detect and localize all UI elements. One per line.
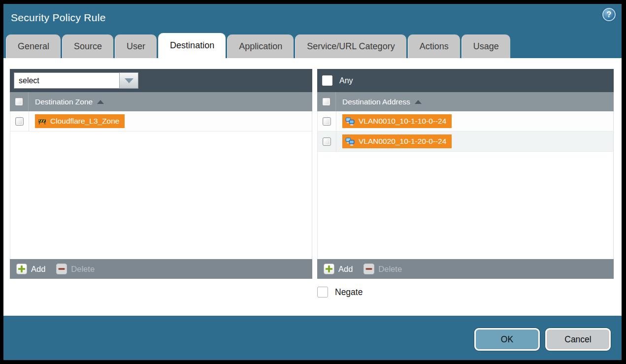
address-row-label: VLAN0010_10-1-10-0--24 xyxy=(359,117,446,126)
tab-service-url-category[interactable]: Service/URL Category xyxy=(295,34,406,58)
tab-usage[interactable]: Usage xyxy=(461,34,510,58)
tab-source[interactable]: Source xyxy=(62,34,113,58)
address-add-label: Add xyxy=(338,265,353,274)
negate-checkbox[interactable] xyxy=(317,287,328,298)
zone-row-label: Cloudflare_L3_Zone xyxy=(50,117,119,126)
minus-icon xyxy=(363,264,374,274)
help-icon[interactable]: ? xyxy=(602,8,616,21)
help-glyph: ? xyxy=(607,10,612,19)
zone-header-checkbox-cell xyxy=(10,92,29,111)
dialog-footer: OK Cancel xyxy=(3,316,622,360)
zone-add-label: Add xyxy=(31,265,45,274)
address-add-button[interactable]: Add xyxy=(324,264,353,274)
any-label: Any xyxy=(339,76,353,85)
tab-content-destination: Destination Zone xyxy=(3,58,622,316)
any-toggle[interactable]: Any xyxy=(321,75,353,86)
zone-column-header-label: Destination Zone xyxy=(35,98,93,106)
address-table-header: Destination Address xyxy=(317,92,614,111)
zone-rows: Cloudflare_L3_Zone xyxy=(10,111,312,259)
address-row-label: VLAN0020_10-1-20-0--24 xyxy=(359,137,446,146)
cancel-button[interactable]: Cancel xyxy=(545,328,611,351)
zone-table-header: Destination Zone xyxy=(10,92,312,111)
sort-ascending-icon xyxy=(415,100,422,104)
plus-icon xyxy=(16,264,27,274)
plus-icon xyxy=(324,264,334,274)
address-column-header[interactable]: Destination Address xyxy=(342,92,422,111)
zone-delete-label: Delete xyxy=(71,265,95,274)
zone-delete-button[interactable]: Delete xyxy=(56,264,95,274)
address-row-checkbox[interactable] xyxy=(323,137,331,146)
address-rows: VLAN0010_10-1-10-0--24 xyxy=(317,111,614,259)
address-delete-label: Delete xyxy=(378,265,402,274)
tab-bar: General Source User Destination Applicat… xyxy=(6,33,510,58)
dialog-title: Security Policy Rule xyxy=(11,12,106,24)
negate-label: Negate xyxy=(335,287,362,298)
address-row: VLAN0020_10-1-20-0--24 xyxy=(318,132,613,152)
zone-row-checkbox-cell xyxy=(10,111,29,131)
tab-actions[interactable]: Actions xyxy=(408,34,460,58)
destination-address-panel: Any Destination Address xyxy=(317,69,614,279)
chevron-down-icon xyxy=(125,78,133,83)
network-icon xyxy=(345,137,355,146)
address-row-item[interactable]: VLAN0010_10-1-10-0--24 xyxy=(342,114,452,128)
address-row-item[interactable]: VLAN0020_10-1-20-0--24 xyxy=(342,134,452,148)
negate-toggle[interactable]: Negate xyxy=(317,287,362,298)
zone-panel-header xyxy=(10,69,312,92)
zone-add-button[interactable]: Add xyxy=(16,264,45,274)
address-delete-button[interactable]: Delete xyxy=(363,264,402,274)
any-checkbox[interactable] xyxy=(322,75,332,86)
address-row-checkbox-cell xyxy=(318,132,336,151)
dialog-titlebar: Security Policy Rule ? General Source Us… xyxy=(3,4,622,58)
minus-icon xyxy=(56,264,67,274)
tab-user[interactable]: User xyxy=(115,34,157,58)
ok-button[interactable]: OK xyxy=(474,328,540,351)
address-panel-header: Any xyxy=(317,69,614,92)
destination-zone-panel: Destination Zone xyxy=(10,69,312,279)
zone-row-checkbox[interactable] xyxy=(15,117,24,126)
tab-general[interactable]: General xyxy=(6,34,61,58)
zone-select-dropdown-button[interactable] xyxy=(119,72,138,89)
zone-column-header[interactable]: Destination Zone xyxy=(35,92,104,111)
network-icon xyxy=(345,117,355,126)
sort-ascending-icon xyxy=(97,100,104,104)
tab-destination[interactable]: Destination xyxy=(158,33,226,58)
address-row-checkbox[interactable] xyxy=(323,117,331,126)
select-all-addresses-checkbox[interactable] xyxy=(322,98,330,106)
zone-select-combo xyxy=(14,72,138,89)
address-panel-footer: Add Delete xyxy=(317,259,614,279)
security-policy-rule-dialog: Security Policy Rule ? General Source Us… xyxy=(3,4,622,360)
zone-icon xyxy=(38,117,46,125)
zone-row-item[interactable]: Cloudflare_L3_Zone xyxy=(35,114,125,128)
tab-application[interactable]: Application xyxy=(227,34,294,58)
zone-panel-footer: Add Delete xyxy=(10,259,312,279)
zone-select-input[interactable] xyxy=(14,72,119,89)
address-row: VLAN0010_10-1-10-0--24 xyxy=(318,111,613,132)
select-all-zones-checkbox[interactable] xyxy=(15,98,23,106)
address-row-checkbox-cell xyxy=(318,111,336,131)
zone-row: Cloudflare_L3_Zone xyxy=(10,111,312,132)
address-header-checkbox-cell xyxy=(317,92,336,111)
address-column-header-label: Destination Address xyxy=(342,98,410,106)
